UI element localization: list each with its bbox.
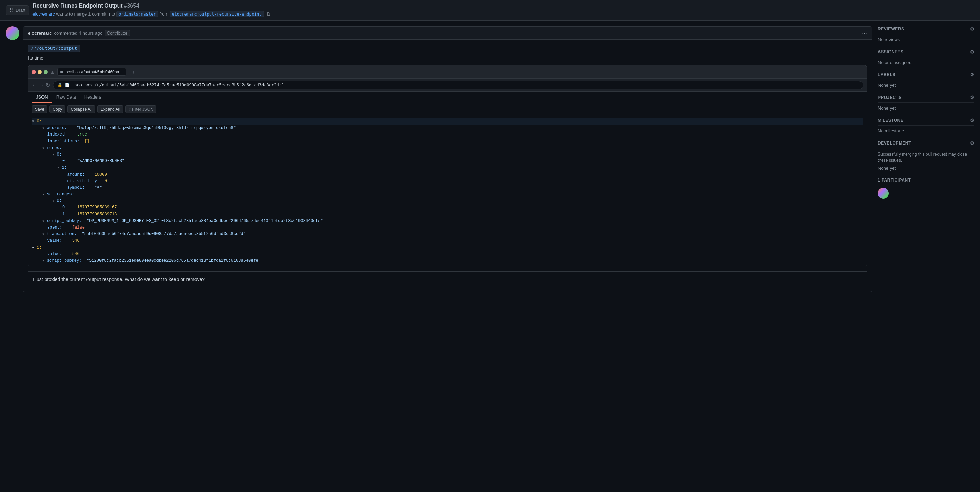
its-time-text: Its time: [28, 55, 867, 61]
dot-yellow: [38, 70, 42, 74]
pr-meta: elocremarc wants to merge 1 commit into …: [32, 10, 271, 18]
assignees-value: No one assigned: [878, 60, 974, 65]
json-script-pubkey-value: "OP_PUSHNUM_1 OP_PUSHBYTES_32 0f8c2facb2…: [87, 219, 323, 224]
lock-icon: 🔒: [57, 83, 62, 88]
participant-avatar[interactable]: [878, 188, 889, 199]
comment-time: commented 4 hours ago: [54, 30, 102, 36]
refresh-button[interactable]: ↻: [46, 82, 50, 88]
json-item1-script-value: "51200f8c2facb2351ede804ea0cdbee2206d765…: [87, 258, 261, 263]
filter-icon: ▿: [129, 107, 130, 112]
sidebar-reviewers: Reviewers ⚙ No reviews: [878, 26, 974, 42]
projects-value: None yet: [878, 105, 974, 111]
copy-branch-button[interactable]: ⧉: [265, 10, 272, 18]
labels-gear-icon[interactable]: ⚙: [970, 72, 975, 77]
tab-headers[interactable]: Headers: [80, 92, 105, 103]
json-amount-value: 10000: [95, 172, 107, 177]
development-gear-icon[interactable]: ⚙: [970, 141, 975, 146]
dot-red: [32, 70, 36, 74]
tab-raw-data[interactable]: Raw Data: [52, 92, 80, 103]
save-button[interactable]: Save: [32, 105, 47, 113]
development-text: Successfully merging this pull request m…: [878, 151, 974, 163]
reviewers-gear-icon[interactable]: ⚙: [970, 26, 975, 32]
avatar: [6, 26, 19, 40]
development-value: None yet: [878, 166, 974, 171]
json-viewer: JSON Raw Data Headers Save Copy Collapse…: [28, 92, 867, 267]
sidebar-projects: Projects ⚙ None yet: [878, 95, 974, 111]
json-transaction-value: "5abf0460bacb6274c7a5cac5f9d0908a77da7aa…: [81, 232, 246, 236]
back-button[interactable]: ←: [32, 82, 37, 88]
sidebar-reviewers-title: Reviewers ⚙: [878, 26, 974, 34]
comment-body: elocremarc commented 4 hours ago Contrib…: [23, 26, 872, 292]
expand-all-button[interactable]: Expand All: [97, 105, 123, 113]
reviewers-label: Reviewers: [878, 27, 904, 32]
assignees-gear-icon[interactable]: ⚙: [970, 49, 975, 54]
base-branch[interactable]: ordinals:master: [116, 11, 158, 17]
comment-username[interactable]: elocremarc: [28, 30, 52, 36]
sidebar-labels: Labels ⚙ None yet: [878, 72, 974, 88]
address-bar[interactable]: 🔒 📄 localhost/r/output/5abf0460bacb6274c…: [53, 81, 863, 89]
participants-label: 1 participant: [878, 178, 910, 182]
comment-actions-button[interactable]: ···: [862, 29, 867, 37]
contributor-badge: Contributor: [105, 30, 130, 36]
labels-value: None yet: [878, 83, 974, 88]
tab-close-button[interactable]: ✕: [126, 70, 126, 74]
json-symbol-value: "⊕": [95, 185, 102, 190]
json-divisibility-value: 0: [104, 179, 107, 184]
copy-button[interactable]: Copy: [49, 105, 65, 113]
comment-footer-text: I just proxied the current /output respo…: [28, 272, 867, 287]
json-runes-0-0-value: "WANKO•MANKO•RUNES": [77, 159, 124, 163]
projects-label: Projects: [878, 95, 902, 100]
nav-buttons: ← → ↻: [32, 82, 50, 88]
json-sat1-value: 1670779085889713: [77, 212, 117, 217]
labels-label: Labels: [878, 72, 896, 77]
filter-json-button[interactable]: ▿ Filter JSON: [126, 105, 156, 113]
json-toolbar: Save Copy Collapse All Expand All ▿ Filt…: [28, 103, 867, 115]
top-bar: ⠿ Draft Recursive Runes Endpoint Output …: [0, 0, 980, 21]
sidebar-assignees-title: Assignees ⚙: [878, 49, 974, 57]
collapse-all-button[interactable]: Collapse All: [67, 105, 95, 113]
browser-nav-row: ← → ↻ 🔒 📄 localhost/r/output/5abf0460bac…: [28, 79, 867, 92]
sidebar-labels-title: Labels ⚙: [878, 72, 974, 80]
sidebar-participants: 1 participant: [878, 178, 974, 199]
reviewers-value: No reviews: [878, 37, 974, 42]
doc-icon: 📄: [65, 83, 70, 88]
pr-author[interactable]: elocremarc: [32, 11, 54, 17]
pr-header: Recursive Runes Endpoint Output #3654 el…: [32, 3, 271, 18]
sidebar-assignees: Assignees ⚙ No one assigned: [878, 49, 974, 65]
route-tag: /r/output/:output: [28, 45, 80, 52]
milestone-label: Milestone: [878, 118, 903, 123]
pr-into: into: [108, 11, 115, 17]
sidebar-development: Development ⚙ Successfully merging this …: [878, 141, 974, 171]
projects-gear-icon[interactable]: ⚙: [970, 95, 975, 100]
new-tab-button[interactable]: ＋: [130, 69, 136, 76]
forward-button[interactable]: →: [39, 82, 44, 88]
assignees-label: Assignees: [878, 50, 904, 54]
address-text: localhost/r/output/5abf0460bacb6274c7a5c…: [72, 83, 284, 88]
json-content: ▾ 0: ▾ address: "bc1pp7xzlt9jx50daqzw5rx…: [28, 115, 867, 267]
sidebar-participants-title: 1 participant: [878, 178, 974, 185]
head-branch[interactable]: elocremarc:output-recursive-endpoint: [170, 11, 264, 17]
pr-commits: 1 commit: [88, 11, 107, 17]
pr-title-row: Recursive Runes Endpoint Output #3654: [32, 3, 271, 9]
main-layout: elocremarc commented 4 hours ago Contrib…: [0, 21, 980, 303]
sidebar-development-title: Development ⚙: [878, 141, 974, 149]
json-item1-value: 546: [72, 252, 80, 257]
draft-icon: ⠿: [10, 7, 13, 13]
tab-url: localhost/r/output/5abf0460ba...: [65, 69, 123, 74]
comment-block: elocremarc commented 4 hours ago Contrib…: [6, 26, 872, 292]
sidebar-milestone-title: Milestone ⚙: [878, 118, 974, 126]
milestone-value: No milestone: [878, 128, 974, 133]
tab-favicon: [60, 70, 63, 73]
browser-grid-icon: ⊞: [51, 69, 54, 75]
tab-json[interactable]: JSON: [32, 92, 52, 103]
json-sat0-value: 1670779085889167: [77, 205, 117, 210]
filter-label: Filter JSON: [132, 107, 153, 112]
pr-meta-text: wants to merge: [56, 11, 87, 17]
json-address-value: "bc1pp7xzlt9jx50daqzw5rxmac3qd4m95l0vgyl…: [77, 126, 236, 130]
browser-dots: [32, 70, 48, 74]
sidebar: Reviewers ⚙ No reviews Assignees ⚙ No on…: [878, 26, 974, 298]
milestone-gear-icon[interactable]: ⚙: [970, 118, 975, 123]
sidebar-projects-title: Projects ⚙: [878, 95, 974, 103]
browser-tab[interactable]: localhost/r/output/5abf0460ba... ✕: [57, 68, 126, 76]
dot-green: [43, 70, 48, 74]
